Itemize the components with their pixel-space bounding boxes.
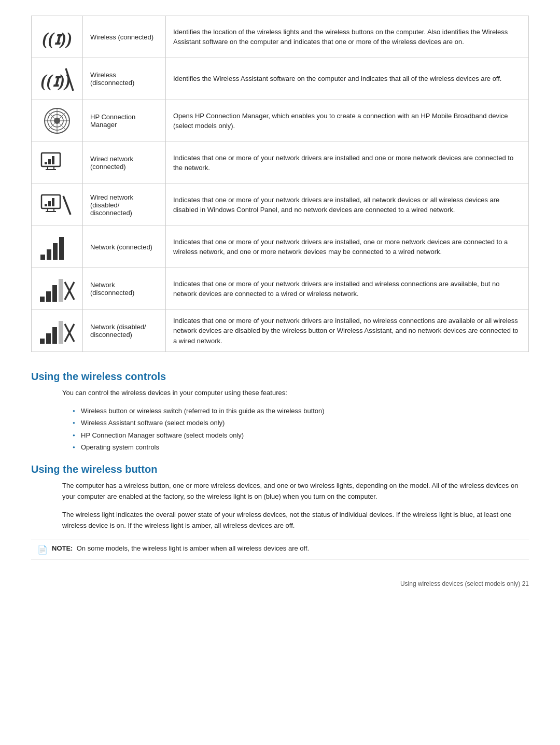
icon-cell — [32, 310, 83, 352]
icon-cell: ((ɪ)) — [32, 58, 83, 100]
svg-rect-22 — [52, 198, 54, 206]
svg-rect-20 — [45, 204, 47, 206]
section-paragraph: The computer has a wireless button, one … — [62, 481, 529, 502]
network-disconnected-icon — [39, 273, 75, 304]
icon-cell — [32, 184, 83, 226]
svg-rect-14 — [45, 162, 47, 164]
hp-connection-manager-icon — [39, 105, 75, 136]
note-label: NOTE: — [52, 544, 73, 552]
svg-rect-30 — [52, 285, 57, 302]
svg-rect-28 — [40, 297, 45, 302]
icon-desc-cell: Indicates that one or more of your netwo… — [166, 226, 529, 268]
icon-name-cell: Wireless (connected) — [83, 16, 166, 58]
svg-line-23 — [63, 196, 71, 215]
svg-rect-29 — [46, 291, 51, 302]
icon-desc-cell: Indicates that one or more of your netwo… — [166, 310, 529, 352]
icon-cell — [32, 142, 83, 184]
table-row: Wired network (disabled/ disconnected)In… — [32, 184, 529, 226]
icon-desc-cell: Indicates that one or more of your netwo… — [166, 268, 529, 310]
icon-name-cell: Network (disconnected) — [83, 268, 166, 310]
note-text: NOTE: On some models, the wireless light… — [52, 544, 309, 552]
icon-cell — [32, 268, 83, 310]
svg-rect-25 — [47, 249, 51, 260]
icon-name-cell: Wired network (disabled/ disconnected) — [83, 184, 166, 226]
table-row: HP Connection ManagerOpens HP Connection… — [32, 100, 529, 142]
icon-cell: ((ɪ)) — [32, 16, 83, 58]
section-paragraph: The wireless light indicates the overall… — [62, 510, 529, 531]
wireless-controls-list: Wireless button or wireless switch (refe… — [73, 405, 529, 454]
svg-rect-34 — [40, 339, 45, 344]
bullet-item: Operating system controls — [73, 441, 529, 453]
icon-desc-cell: Opens HP Connection Manager, which enabl… — [166, 100, 529, 142]
svg-rect-15 — [48, 159, 51, 164]
bullet-item: Wireless Assistant software (select mode… — [73, 417, 529, 429]
svg-rect-36 — [52, 327, 57, 344]
icon-cell — [32, 226, 83, 268]
section-heading-wireless-button: Using the wireless button — [31, 463, 529, 475]
note-icon: 📄 — [37, 545, 48, 555]
bullet-item: HP Connection Manager software (select m… — [73, 429, 529, 441]
svg-rect-31 — [59, 279, 63, 302]
icon-desc-cell: Identifies the Wireless Assistant softwa… — [166, 58, 529, 100]
wired-connected-icon — [39, 147, 75, 178]
table-row: Network (disconnected)Indicates that one… — [32, 268, 529, 310]
table-row: Network (disabled/ disconnected)Indicate… — [32, 310, 529, 352]
svg-text:((ɪ)): ((ɪ)) — [42, 29, 72, 49]
section-wireless-button: Using the wireless button The computer h… — [31, 463, 529, 559]
wireless-connected-icon: ((ɪ)) — [39, 21, 75, 52]
network-connected-icon — [39, 231, 75, 262]
svg-rect-24 — [40, 255, 45, 260]
icon-name-cell: Network (disabled/ disconnected) — [83, 310, 166, 352]
section-intro-wireless-controls: You can control the wireless devices in … — [62, 388, 529, 399]
icon-desc-cell: Indicates that one or more of your netwo… — [166, 184, 529, 226]
svg-rect-37 — [59, 321, 63, 344]
svg-text:((ɪ)): ((ɪ)) — [40, 71, 71, 91]
svg-rect-35 — [46, 333, 51, 344]
table-row: Network (connected)Indicates that one or… — [32, 226, 529, 268]
icon-reference-table: ((ɪ)) Wireless (connected)Identifies the… — [31, 16, 529, 352]
network-disabled-icon — [39, 315, 75, 346]
svg-rect-27 — [59, 237, 64, 260]
icon-name-cell: Wireless (disconnected) — [83, 58, 166, 100]
icon-name-cell: HP Connection Manager — [83, 100, 166, 142]
note-box: 📄 NOTE: On some models, the wireless lig… — [31, 540, 529, 559]
wireless-disconnected-icon: ((ɪ)) — [39, 63, 75, 94]
svg-rect-21 — [48, 201, 51, 206]
wired-disconnected-icon — [39, 189, 75, 220]
note-content: On some models, the wireless light is am… — [77, 544, 309, 552]
page-footer: Using wireless devices (select models on… — [31, 580, 529, 587]
table-row: Wired network (connected)Indicates that … — [32, 142, 529, 184]
section-wireless-controls: Using the wireless controls You can cont… — [31, 371, 529, 453]
icon-desc-cell: Indicates that one or more of your netwo… — [166, 142, 529, 184]
icon-name-cell: Wired network (connected) — [83, 142, 166, 184]
svg-rect-16 — [52, 156, 54, 164]
bullet-item: Wireless button or wireless switch (refe… — [73, 405, 529, 417]
icon-cell — [32, 100, 83, 142]
icon-desc-cell: Identifies the location of the wireless … — [166, 16, 529, 58]
table-row: ((ɪ)) Wireless (connected)Identifies the… — [32, 16, 529, 58]
section-heading-wireless-controls: Using the wireless controls — [31, 371, 529, 383]
svg-rect-26 — [53, 243, 58, 260]
icon-name-cell: Network (connected) — [83, 226, 166, 268]
table-row: ((ɪ)) Wireless (disconnected)Identifies … — [32, 58, 529, 100]
